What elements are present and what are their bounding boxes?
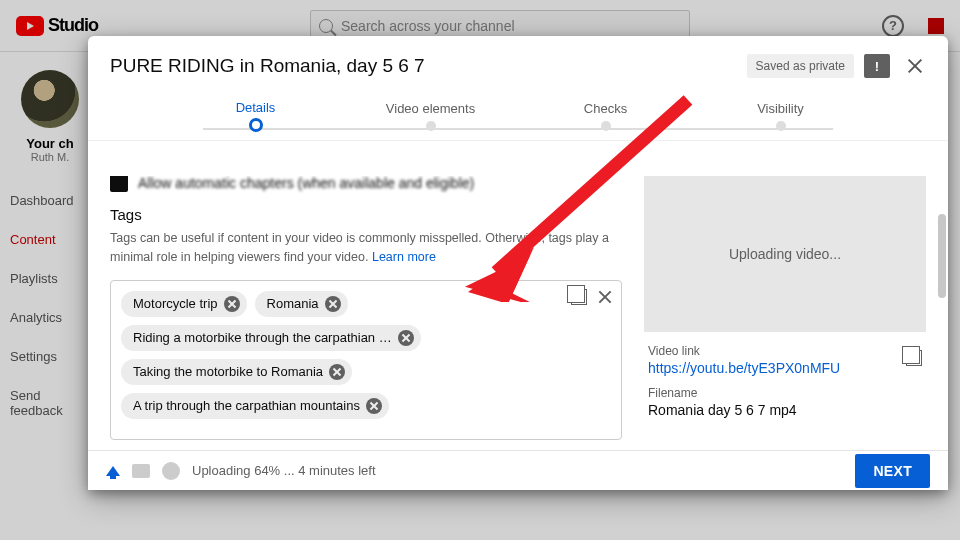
sidebar-item-content[interactable]: Content bbox=[0, 220, 100, 259]
tag-label: Taking the motorbike to Romania bbox=[133, 364, 323, 379]
scrollbar-thumb[interactable] bbox=[938, 214, 946, 298]
sidebar-item-feedback[interactable]: Send feedback bbox=[0, 376, 100, 430]
save-status-badge: Saved as private bbox=[747, 54, 854, 78]
remove-tag-icon[interactable] bbox=[224, 296, 240, 312]
search-icon bbox=[319, 19, 333, 33]
feedback-icon[interactable]: ! bbox=[864, 54, 890, 78]
tag-label: Romania bbox=[267, 296, 319, 311]
sidebar-item-analytics[interactable]: Analytics bbox=[0, 298, 100, 337]
step-visibility[interactable]: Visibility bbox=[693, 101, 868, 131]
stepper: Details Video elements Checks Visibility bbox=[88, 94, 948, 141]
account-avatar[interactable] bbox=[928, 18, 944, 34]
help-icon[interactable]: ? bbox=[882, 15, 904, 37]
remove-tag-icon[interactable] bbox=[325, 296, 341, 312]
check-icon bbox=[162, 462, 180, 480]
tags-heading: Tags bbox=[110, 206, 622, 223]
upload-dialog: PURE RIDING in Romania, day 5 6 7 Saved … bbox=[88, 36, 948, 490]
tags-input[interactable]: Motorcycle tripRomaniaRiding a motorbike… bbox=[110, 280, 622, 440]
step-video-elements[interactable]: Video elements bbox=[343, 101, 518, 131]
channel-avatar bbox=[21, 70, 79, 128]
copy-link-icon[interactable] bbox=[906, 350, 922, 366]
sidebar-item-settings[interactable]: Settings bbox=[0, 337, 100, 376]
remove-tag-icon[interactable] bbox=[398, 330, 414, 346]
video-link[interactable]: https://youtu.be/tyE3PX0nMFU bbox=[648, 360, 906, 376]
remove-tag-icon[interactable] bbox=[366, 398, 382, 414]
upload-status-text: Uploading 64% ... 4 minutes left bbox=[192, 463, 376, 478]
tag-label: A trip through the carpathian mountains bbox=[133, 398, 360, 413]
close-icon[interactable] bbox=[904, 55, 926, 77]
copy-tags-icon[interactable] bbox=[571, 289, 587, 305]
tag-chip: A trip through the carpathian mountains bbox=[121, 393, 389, 419]
chapters-row: Allow automatic chapters (when available… bbox=[110, 176, 622, 192]
dialog-title: PURE RIDING in Romania, day 5 6 7 bbox=[110, 55, 425, 77]
filename-label: Filename bbox=[648, 386, 922, 400]
tag-label: Motorcycle trip bbox=[133, 296, 218, 311]
remove-tag-icon[interactable] bbox=[329, 364, 345, 380]
filename-value: Romania day 5 6 7 mp4 bbox=[648, 402, 922, 418]
video-preview-placeholder: Uploading video... bbox=[644, 176, 926, 332]
chapters-checkbox[interactable] bbox=[110, 176, 128, 192]
youtube-studio-logo: Studio bbox=[16, 15, 98, 36]
next-button[interactable]: NEXT bbox=[855, 454, 930, 488]
tag-chip: Motorcycle trip bbox=[121, 291, 247, 317]
step-checks[interactable]: Checks bbox=[518, 101, 693, 131]
tag-chip: Taking the motorbike to Romania bbox=[121, 359, 352, 385]
tag-chip: Romania bbox=[255, 291, 348, 317]
tags-description: Tags can be useful if content in your vi… bbox=[110, 229, 622, 268]
step-details[interactable]: Details bbox=[168, 100, 343, 132]
quality-icon bbox=[132, 464, 150, 478]
sidebar-item-dashboard[interactable]: Dashboard bbox=[0, 181, 100, 220]
clear-tags-icon[interactable] bbox=[597, 289, 613, 305]
tag-label: Riding a motorbike through the carpathia… bbox=[133, 330, 392, 345]
upload-icon bbox=[106, 466, 120, 476]
learn-more-link[interactable]: Learn more bbox=[372, 250, 436, 264]
channel-label: Your ch bbox=[0, 136, 100, 151]
chapters-label: Allow automatic chapters (when available… bbox=[138, 176, 474, 191]
channel-owner: Ruth M. bbox=[0, 151, 100, 163]
sidebar-item-playlists[interactable]: Playlists bbox=[0, 259, 100, 298]
video-link-label: Video link bbox=[648, 344, 906, 358]
tag-chip: Riding a motorbike through the carpathia… bbox=[121, 325, 421, 351]
